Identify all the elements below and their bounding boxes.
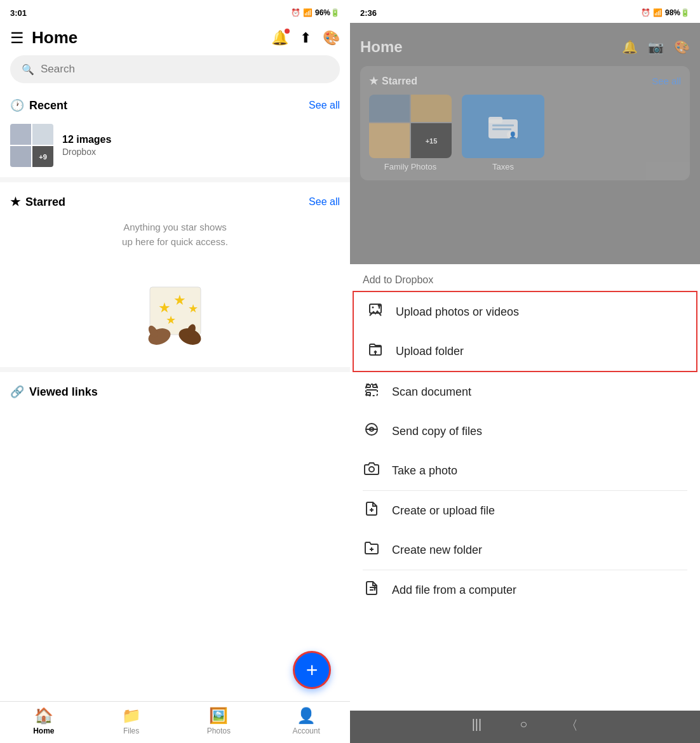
recent-section-header: 🕐 Recent See all bbox=[0, 93, 350, 119]
starred-empty-state: Anything you star showsup here for quick… bbox=[0, 215, 350, 367]
right-nav-back-icon[interactable]: 〈 bbox=[565, 717, 578, 734]
menu-icon[interactable]: ☰ bbox=[10, 29, 24, 47]
camera-icon bbox=[363, 461, 380, 480]
create-file-icon bbox=[363, 501, 380, 520]
starred-empty-text: Anything you star showsup here for quick… bbox=[122, 215, 228, 262]
right-status-bar: 2:36 ⏰ 📶 98%🔋 bbox=[350, 0, 700, 23]
bottom-sheet: Add to Dropbox Upload photos or videos bbox=[350, 264, 700, 743]
right-home-title: Home bbox=[360, 38, 403, 56]
create-upload-file-item[interactable]: Create or upload file bbox=[350, 491, 700, 530]
photo-grid: +15 bbox=[369, 95, 452, 158]
recent-thumbnail: +9 bbox=[10, 124, 53, 167]
folder-svg: 👤 bbox=[487, 110, 519, 142]
left-panel: 3:01 ⏰ 📶 96%🔋 ☰ Home 🔔 ⬆ 🎨 🔍 🕐 Recent Se bbox=[0, 0, 350, 743]
svg-rect-19 bbox=[367, 385, 370, 387]
starred-see-all[interactable]: See all bbox=[309, 196, 340, 208]
recent-item-name: 12 images bbox=[62, 134, 340, 145]
right-starred-header: ★ Starred See all bbox=[369, 75, 681, 87]
recent-see-all[interactable]: See all bbox=[309, 100, 340, 111]
upload-folder-item[interactable]: Upload folder bbox=[353, 331, 697, 372]
right-camera-icon: 📷 bbox=[648, 39, 664, 55]
create-folder-text: Create new folder bbox=[392, 544, 482, 557]
photo-upload-icon bbox=[367, 302, 384, 321]
fab-button[interactable]: + bbox=[293, 651, 331, 689]
thumb-grid: +9 bbox=[10, 124, 53, 167]
nav-files[interactable]: 📁 Files bbox=[88, 707, 175, 735]
recent-title: 🕐 Recent bbox=[10, 98, 67, 112]
svg-rect-10 bbox=[488, 117, 502, 123]
create-folder-icon bbox=[363, 540, 380, 559]
photo-cell-3 bbox=[369, 123, 410, 158]
right-palette-icon: 🎨 bbox=[674, 39, 690, 55]
scan-icon bbox=[363, 382, 380, 401]
add-from-computer-item[interactable]: Add file from a computer bbox=[350, 570, 700, 610]
right-panel: 2:36 ⏰ 📶 98%🔋 Home 🔔 📷 🎨 ★ Star bbox=[350, 0, 700, 743]
link-icon: 🔗 bbox=[10, 385, 24, 399]
right-status-icons: ⏰ 📶 98%🔋 bbox=[641, 8, 690, 17]
notification-dot bbox=[285, 29, 290, 34]
upload-icon[interactable]: ⬆ bbox=[300, 30, 311, 46]
nav-photos[interactable]: 🖼️ Photos bbox=[175, 707, 263, 735]
starred-section-header: ★ Starred See all bbox=[0, 190, 350, 215]
battery-icon: 96%🔋 bbox=[315, 8, 340, 17]
divider-2 bbox=[0, 367, 350, 372]
recent-item-source: Dropbox bbox=[62, 147, 340, 157]
upload-photos-item[interactable]: Upload photos or videos bbox=[353, 291, 697, 331]
header-actions: 🔔 ⬆ 🎨 bbox=[271, 30, 340, 46]
files-icon: 📁 bbox=[122, 707, 141, 725]
theme-icon[interactable]: 🎨 bbox=[323, 30, 340, 46]
recent-item[interactable]: +9 12 images Dropbox bbox=[0, 119, 350, 177]
search-bar[interactable]: 🔍 bbox=[10, 55, 340, 83]
thumb-cell-2 bbox=[32, 124, 53, 145]
photo-cell-1 bbox=[369, 95, 410, 122]
svg-rect-11 bbox=[492, 124, 514, 126]
photos-icon: 🖼️ bbox=[209, 707, 228, 725]
nav-account[interactable]: 👤 Account bbox=[262, 707, 350, 735]
send-copy-item[interactable]: Send copy of files bbox=[350, 412, 700, 451]
take-photo-item[interactable]: Take a photo bbox=[350, 451, 700, 490]
folder-upload-icon bbox=[367, 342, 384, 361]
search-icon: 🔍 bbox=[22, 64, 34, 76]
taxes-item: 👤 Taxes bbox=[462, 95, 544, 171]
right-nav-home-btn[interactable]: ○ bbox=[520, 717, 527, 734]
nav-home-label: Home bbox=[33, 726, 54, 735]
right-battery-icon: 98%🔋 bbox=[665, 8, 690, 17]
svg-rect-12 bbox=[492, 128, 511, 130]
right-home-icons: 🔔 📷 🎨 bbox=[622, 39, 690, 55]
svg-text:★: ★ bbox=[166, 314, 176, 326]
svg-point-16 bbox=[372, 307, 374, 309]
create-upload-file-text: Create or upload file bbox=[392, 504, 495, 518]
upload-photos-text: Upload photos or videos bbox=[396, 305, 519, 319]
star-icon: ★ bbox=[10, 195, 20, 209]
right-background: Home 🔔 📷 🎨 ★ Starred See all bbox=[350, 23, 700, 264]
svg-point-26 bbox=[369, 467, 374, 472]
divider-1 bbox=[0, 177, 350, 182]
scan-document-item[interactable]: Scan document bbox=[350, 372, 700, 412]
starred-title: ★ Starred bbox=[10, 195, 65, 209]
right-home-header: Home 🔔 📷 🎨 bbox=[360, 33, 690, 66]
right-starred-section: ★ Starred See all +15 bbox=[360, 66, 690, 180]
viewed-links-title: 🔗 Viewed links bbox=[10, 385, 340, 399]
nav-home[interactable]: 🏠 Home bbox=[0, 707, 88, 735]
svg-text:★: ★ bbox=[188, 302, 198, 315]
search-input[interactable] bbox=[41, 63, 328, 76]
account-icon: 👤 bbox=[297, 707, 316, 725]
notification-icon[interactable]: 🔔 bbox=[271, 30, 288, 46]
photo-cell-2 bbox=[411, 95, 452, 122]
right-android-nav: ||| ○ 〈 bbox=[350, 711, 700, 743]
stars-illustration: ★ ★ ★ ★ bbox=[134, 268, 217, 351]
create-folder-item[interactable]: Create new folder bbox=[350, 530, 700, 570]
photo-cell-4: +15 bbox=[411, 123, 452, 158]
left-header: ☰ Home 🔔 ⬆ 🎨 bbox=[0, 23, 350, 55]
right-wifi-icon: 📶 bbox=[653, 8, 663, 17]
thumb-cell-4: +9 bbox=[32, 146, 53, 167]
bottom-nav: 🏠 Home 📁 Files 🖼️ Photos 👤 Account bbox=[0, 701, 350, 743]
clock-icon: 🕐 bbox=[10, 98, 24, 112]
plus-icon: + bbox=[306, 659, 318, 682]
right-star-icon: ★ bbox=[369, 75, 378, 87]
right-starred-items: +15 Family Photos bbox=[369, 95, 681, 171]
svg-rect-21 bbox=[367, 392, 370, 395]
taxes-thumb: 👤 bbox=[462, 95, 544, 158]
right-starred-title: ★ Starred bbox=[369, 75, 417, 87]
nav-photos-label: Photos bbox=[207, 726, 231, 735]
